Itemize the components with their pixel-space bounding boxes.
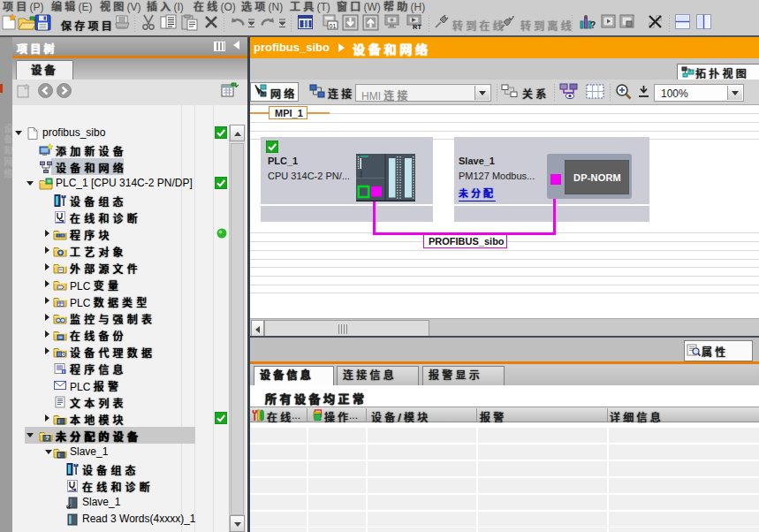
svg-text:01: 01 — [330, 23, 337, 29]
svg-text:?: ? — [46, 435, 49, 441]
svg-text:?: ? — [590, 20, 596, 30]
svg-text:RT: RT — [413, 23, 421, 30]
